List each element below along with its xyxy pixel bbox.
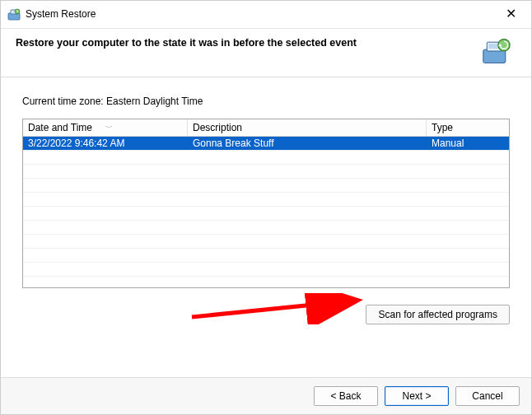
restore-large-icon [482, 37, 511, 65]
back-button[interactable]: < Back [314, 386, 378, 406]
table-row[interactable] [23, 207, 509, 221]
table-row[interactable] [23, 165, 509, 179]
svg-rect-3 [483, 49, 506, 63]
system-restore-window: System Restore ✕ Restore your computer t… [0, 0, 532, 415]
wizard-content: Current time zone: Eastern Daylight Time… [1, 77, 531, 377]
col-header-date[interactable]: Date and Time ﹀ [23, 119, 188, 136]
close-button[interactable]: ✕ [497, 4, 525, 23]
table-row[interactable] [23, 263, 509, 277]
col-header-date-label: Date and Time [28, 122, 92, 133]
wizard-footer: < Back Next > Cancel [1, 377, 531, 414]
cell-description: Gonna Break Stuff [188, 137, 427, 150]
next-button[interactable]: Next > [385, 386, 449, 406]
table-row[interactable] [23, 221, 509, 235]
sort-descending-icon: ﹀ [105, 123, 113, 133]
svg-line-9 [192, 301, 355, 317]
cell-date: 3/22/2022 9:46:42 AM [23, 137, 188, 150]
annotation-arrow-icon [189, 293, 370, 324]
table-row[interactable] [23, 151, 509, 165]
cell-type: Manual [427, 137, 509, 150]
scan-action-row: Scan for affected programs [22, 288, 510, 324]
col-header-type-label: Type [432, 122, 453, 133]
scan-affected-programs-button[interactable]: Scan for affected programs [366, 305, 510, 324]
window-title: System Restore [26, 8, 96, 20]
table-row[interactable] [23, 249, 509, 263]
table-body: 3/22/2022 9:46:42 AM Gonna Break Stuff M… [23, 137, 509, 287]
table-row[interactable] [23, 193, 509, 207]
table-row[interactable]: 3/22/2022 9:46:42 AM Gonna Break Stuff M… [23, 137, 509, 151]
cancel-button[interactable]: Cancel [455, 386, 520, 406]
restore-points-table[interactable]: Date and Time ﹀ Description Type 3/22/20… [22, 119, 510, 288]
col-header-description[interactable]: Description [188, 119, 427, 136]
wizard-heading: Restore your computer to the state it wa… [16, 37, 357, 49]
table-row[interactable] [23, 277, 509, 287]
table-row[interactable] [23, 235, 509, 249]
col-header-desc-label: Description [193, 122, 242, 133]
col-header-type[interactable]: Type [427, 119, 509, 136]
timezone-label: Current time zone: Eastern Daylight Time [22, 96, 510, 107]
restore-icon [7, 7, 21, 21]
titlebar: System Restore ✕ [1, 1, 531, 29]
wizard-header: Restore your computer to the state it wa… [1, 29, 531, 77]
table-row[interactable] [23, 179, 509, 193]
table-header: Date and Time ﹀ Description Type [23, 119, 509, 137]
